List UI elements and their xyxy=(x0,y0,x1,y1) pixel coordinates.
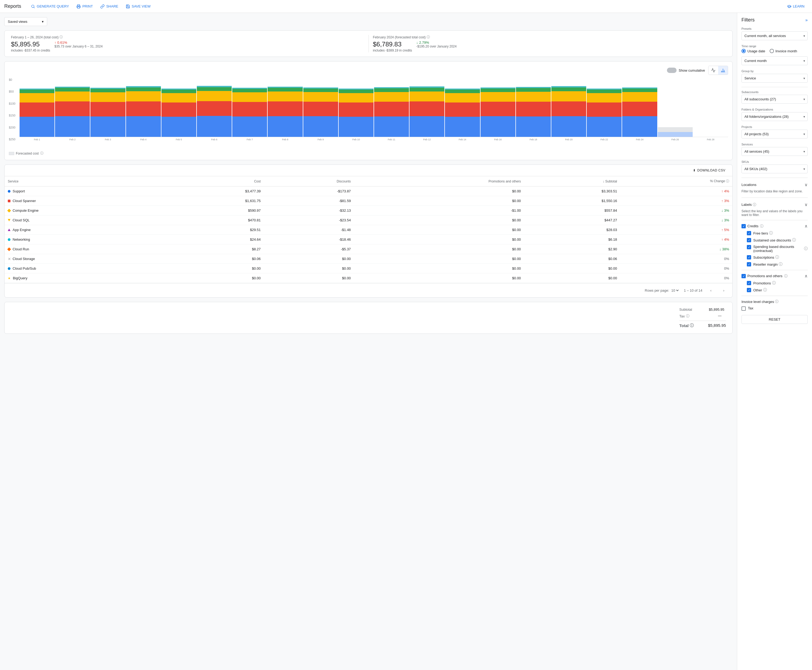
bar-group[interactable] xyxy=(197,86,232,137)
rows-per-page-select[interactable]: 10 25 50 xyxy=(670,288,680,293)
table-row[interactable]: Cloud SQL$470.81-$23.54$0.00$447.27↓ 3% xyxy=(5,215,733,225)
skus-select[interactable]: All SKUs (402) xyxy=(741,164,808,173)
cell-discounts: $0.00 xyxy=(264,264,354,273)
table-row[interactable]: ★BigQuery$0.00$0.00$0.00$0.000% xyxy=(5,273,733,283)
credits-info-icon[interactable]: ⓘ xyxy=(760,224,763,228)
subtotal-row: Subtotal $5,895.95 xyxy=(679,306,726,313)
spending-based-info-icon[interactable]: ⓘ xyxy=(804,246,808,251)
expand-sidebar-icon[interactable]: » xyxy=(805,18,808,22)
bar-group[interactable] xyxy=(481,88,515,137)
info-icon[interactable]: ⓘ xyxy=(59,35,63,39)
subscriptions-info-icon[interactable]: ⓘ xyxy=(775,255,779,260)
group-by-select[interactable]: Service xyxy=(741,74,808,83)
other-info-icon[interactable]: ⓘ xyxy=(763,288,767,293)
bar-group[interactable] xyxy=(516,87,551,137)
sustained-use-checkbox[interactable]: ✓ xyxy=(747,238,751,242)
bar-segment xyxy=(374,117,409,137)
bar-group[interactable] xyxy=(20,88,54,137)
table-row[interactable]: Cloud Run$8.27-$5.37$0.00$2.90↓ 38% xyxy=(5,244,733,254)
col-change-help[interactable]: ⓘ xyxy=(726,179,729,183)
spending-based-checkbox[interactable]: ✓ xyxy=(747,245,751,249)
locations-header[interactable]: Locations ∨ xyxy=(741,181,808,188)
bar-group[interactable] xyxy=(232,88,267,137)
tax-checkbox[interactable] xyxy=(741,306,746,311)
bar-chart-button[interactable] xyxy=(718,66,728,74)
learn-button[interactable]: LEARN xyxy=(784,3,808,10)
saved-views-dropdown[interactable]: Saved views ▾ xyxy=(4,17,47,26)
presets-select[interactable]: Current month, all services xyxy=(741,31,808,40)
bar-segment xyxy=(551,102,586,116)
bar-group[interactable] xyxy=(658,127,693,137)
share-button[interactable]: SHARE xyxy=(97,3,122,10)
bar-group[interactable] xyxy=(445,88,480,137)
table-row[interactable]: Networking$24.64-$18.46$0.00$6.18↑ 4% xyxy=(5,235,733,244)
reseller-margin-checkbox[interactable]: ✓ xyxy=(747,262,751,266)
subaccounts-select[interactable]: All subaccounts (27) xyxy=(741,95,808,103)
promotions-others-checkbox[interactable]: ✓ xyxy=(741,274,746,278)
free-tiers-checkbox[interactable]: ✓ xyxy=(747,231,751,235)
bar-group[interactable] xyxy=(126,86,161,137)
credits-collapse-icon[interactable]: ∧ xyxy=(805,223,808,228)
labels-header[interactable]: Labels ⓘ ∨ xyxy=(741,201,808,208)
promotions-checkbox[interactable]: ✓ xyxy=(747,281,751,285)
promotions-collapse-icon[interactable]: ∧ xyxy=(805,273,808,279)
table-row[interactable]: Cloud Spanner$1,631.75-$81.59$0.00$1,550… xyxy=(5,196,733,206)
bar-group[interactable] xyxy=(161,88,196,137)
time-range-select[interactable]: Current month xyxy=(741,56,808,65)
labels-info-icon[interactable]: ⓘ xyxy=(753,202,756,207)
download-csv-button[interactable]: ⬇ DOWNLOAD CSV xyxy=(690,167,728,174)
table-row[interactable]: ✕Cloud Storage$0.06$0.00$0.00$0.060% xyxy=(5,254,733,264)
bar-group[interactable] xyxy=(622,88,657,137)
print-button[interactable]: PRINT xyxy=(73,3,96,10)
bar-group[interactable] xyxy=(551,86,586,137)
table-row[interactable]: Support$3,477.39-$173.87$0.00$3,303.51↑ … xyxy=(5,186,733,196)
legend-info-icon[interactable]: ⓘ xyxy=(40,151,44,156)
bar-group[interactable] xyxy=(374,87,409,137)
table-row[interactable]: Compute Engine$590.97-$32.13-$1.00$557.8… xyxy=(5,206,733,215)
bar-group[interactable] xyxy=(339,88,373,137)
projects-select[interactable]: All projects (53) xyxy=(741,130,808,139)
usage-date-radio[interactable]: Usage date xyxy=(741,49,765,53)
filters-title: Filters » xyxy=(741,17,808,23)
bar-segment xyxy=(268,88,302,91)
total-info-icon[interactable]: ⓘ xyxy=(690,323,694,328)
folders-select[interactable]: All folders/organizations (28) xyxy=(741,112,808,121)
reset-button[interactable]: RESET xyxy=(741,315,808,324)
credits-checkbox[interactable]: ✓ xyxy=(741,224,746,228)
services-select[interactable]: All services (45) xyxy=(741,147,808,156)
reseller-margin-info-icon[interactable]: ⓘ xyxy=(779,262,783,267)
service-cell: App Engine xyxy=(5,225,167,235)
cell-promotions: $0.00 xyxy=(354,235,524,244)
bar-group[interactable] xyxy=(268,87,302,137)
prev-page-button[interactable]: ‹ xyxy=(707,286,715,294)
table-row[interactable]: App Engine$29.51-$1.48$0.00$28.03↑ 5% xyxy=(5,225,733,235)
generate-query-button[interactable]: GENERATE QUERY xyxy=(28,3,72,10)
bar-group[interactable] xyxy=(587,88,621,137)
invoice-info-icon[interactable]: ⓘ xyxy=(775,299,778,304)
other-checkbox[interactable]: ✓ xyxy=(747,288,751,292)
bar-group[interactable] xyxy=(55,87,90,137)
content-area: Saved views ▾ February 1 – 26, 2024 (tot… xyxy=(0,13,737,670)
totals-section: Subtotal $5,895.95 Tax ⓘ — Total ⓘ $5,89… xyxy=(4,302,733,334)
bar-segment xyxy=(197,91,232,101)
promotions-others-info-icon[interactable]: ⓘ xyxy=(784,274,788,279)
next-page-button[interactable]: › xyxy=(719,286,728,294)
invoice-month-radio[interactable]: Invoice month xyxy=(770,49,797,53)
bar-group[interactable] xyxy=(303,88,338,137)
subscriptions-checkbox[interactable]: ✓ xyxy=(747,255,751,259)
bar-group[interactable] xyxy=(410,86,444,137)
table-row[interactable]: Cloud Pub/Sub$0.00$0.00$0.00$0.000% xyxy=(5,264,733,273)
tax-info-icon[interactable]: ⓘ xyxy=(686,314,689,318)
line-chart-button[interactable] xyxy=(709,66,718,74)
folders-section: Folders & Organizations All folders/orga… xyxy=(741,108,808,121)
service-cell: Cloud Pub/Sub xyxy=(5,264,167,273)
info-icon-forecast[interactable]: ⓘ xyxy=(427,35,430,39)
sustained-use-info-icon[interactable]: ⓘ xyxy=(792,238,796,242)
save-view-button[interactable]: SAVE VIEW xyxy=(123,3,154,10)
cell-subtotal: $0.00 xyxy=(524,264,620,273)
cumulative-switch[interactable] xyxy=(667,68,677,73)
promotions-info-icon[interactable]: ⓘ xyxy=(772,281,776,286)
time-range-radio-group: Usage date Invoice month xyxy=(741,49,808,53)
free-tiers-info-icon[interactable]: ⓘ xyxy=(769,231,773,235)
bar-group[interactable] xyxy=(90,88,125,137)
